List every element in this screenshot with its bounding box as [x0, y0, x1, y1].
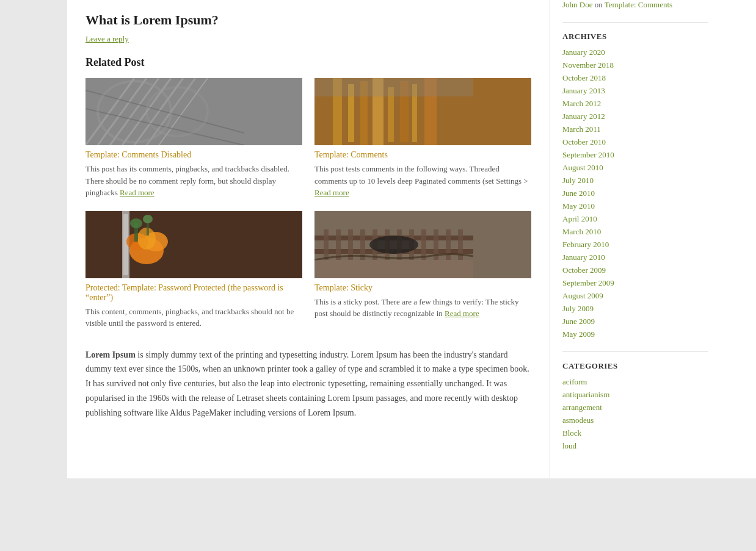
archive-item[interactable]: January 2013 [562, 86, 708, 96]
related-post-desc-4: This is a sticky post. There are a few t… [314, 296, 531, 320]
related-post-title-4[interactable]: Template: Sticky [314, 283, 531, 293]
svg-rect-22 [85, 211, 302, 278]
category-item[interactable]: Block [562, 428, 708, 438]
comment-on-text: on [595, 0, 605, 9]
archive-item[interactable]: September 2010 [562, 150, 708, 160]
archive-item[interactable]: July 2010 [562, 176, 708, 185]
category-link[interactable]: asmodeus [562, 416, 594, 425]
archive-link[interactable]: January 2013 [562, 86, 605, 95]
archive-item[interactable]: March 2011 [562, 124, 708, 134]
archive-item[interactable]: January 2020 [562, 48, 708, 57]
lorem-paragraph: Lorem Ipsum is simply dummy text of the … [85, 348, 531, 420]
archive-link[interactable]: February 2010 [562, 240, 609, 249]
archive-item[interactable]: July 2009 [562, 304, 708, 314]
archive-link[interactable]: August 2009 [562, 291, 603, 300]
read-more-link-2[interactable]: Read more [314, 188, 349, 197]
archive-item[interactable]: November 2018 [562, 60, 708, 70]
comment-author-link[interactable]: John Doe [562, 0, 592, 9]
main-content: What is Lorem Ipsum? Leave a reply Relat… [67, 0, 550, 478]
archive-link[interactable]: September 2010 [562, 150, 614, 159]
related-post-comments-disabled: Template: Comments Disabled This post ha… [85, 78, 302, 199]
archive-link[interactable]: January 2010 [562, 253, 605, 262]
category-item[interactable]: loud [562, 441, 708, 451]
archive-link[interactable]: October 2018 [562, 73, 606, 82]
category-item[interactable]: antiquarianism [562, 390, 708, 400]
archive-link[interactable]: March 2012 [562, 99, 601, 108]
archive-item[interactable]: August 2010 [562, 163, 708, 173]
archive-link[interactable]: January 2020 [562, 48, 605, 57]
archive-link[interactable]: April 2010 [562, 214, 597, 223]
related-post-comments: Template: Comments This post tests comme… [314, 78, 531, 199]
archive-item[interactable]: January 2012 [562, 112, 708, 121]
archive-link[interactable]: October 2010 [562, 137, 606, 146]
category-item[interactable]: aciform [562, 377, 708, 387]
archive-link[interactable]: July 2010 [562, 176, 594, 185]
archive-item[interactable]: August 2009 [562, 291, 708, 301]
leave-reply-link[interactable]: Leave a reply [85, 34, 129, 43]
archive-item[interactable]: May 2009 [562, 330, 708, 339]
archive-item[interactable]: May 2010 [562, 201, 708, 211]
svg-rect-46 [446, 229, 451, 260]
archive-item[interactable]: October 2010 [562, 137, 708, 147]
svg-point-30 [130, 218, 142, 228]
category-link[interactable]: aciform [562, 377, 587, 386]
archive-link[interactable]: May 2009 [562, 330, 595, 339]
categories-list: aciform antiquarianism arrangement asmod… [562, 377, 708, 451]
comment-post-link[interactable]: Template: Comments [605, 0, 672, 9]
related-post-heading: Related Post [85, 56, 531, 69]
archive-item[interactable]: April 2010 [562, 214, 708, 224]
archive-item[interactable]: October 2018 [562, 73, 708, 83]
svg-point-49 [369, 236, 418, 254]
category-item[interactable]: asmodeus [562, 416, 708, 425]
archive-link[interactable]: June 2010 [562, 189, 595, 198]
archive-link[interactable]: June 2009 [562, 317, 595, 326]
related-post-desc-1: This post has its comments, pingbacks, a… [85, 163, 302, 199]
archive-link[interactable]: May 2010 [562, 201, 595, 211]
archive-item[interactable]: September 2009 [562, 278, 708, 288]
related-post-title-1[interactable]: Template: Comments Disabled [85, 150, 302, 160]
archive-link[interactable]: September 2009 [562, 278, 614, 287]
related-post-image-1 [85, 78, 302, 145]
related-post-sticky: Template: Sticky This is a sticky post. … [314, 211, 531, 330]
archive-item[interactable]: October 2009 [562, 265, 708, 275]
left-sidebar [0, 0, 67, 478]
related-post-password-protected: Protected: Template: Password Protected … [85, 211, 302, 330]
svg-rect-44 [421, 229, 426, 260]
archive-link[interactable]: July 2009 [562, 304, 594, 313]
archive-item[interactable]: June 2009 [562, 317, 708, 326]
lorem-text: is simply dummy text of the printing and… [85, 350, 529, 417]
archive-link[interactable]: January 2012 [562, 112, 605, 121]
archive-item[interactable]: February 2010 [562, 240, 708, 250]
category-link[interactable]: arrangement [562, 403, 602, 412]
category-link[interactable]: Block [562, 428, 581, 438]
read-more-link-1[interactable]: Read more [120, 188, 154, 197]
svg-rect-37 [336, 229, 341, 260]
svg-rect-21 [314, 78, 473, 96]
categories-title: CATEGORIES [562, 351, 708, 371]
page-title: What is Lorem Ipsum? [85, 12, 531, 28]
leave-reply[interactable]: Leave a reply [85, 34, 531, 44]
related-post-image-2 [314, 78, 531, 145]
archive-link[interactable]: October 2009 [562, 265, 606, 275]
archive-link[interactable]: November 2018 [562, 60, 614, 70]
archive-item[interactable]: January 2010 [562, 253, 708, 262]
archive-link[interactable]: August 2010 [562, 163, 603, 172]
archive-item[interactable]: March 2010 [562, 227, 708, 237]
lorem-ipsum-bold: Lorem Ipsum [85, 350, 136, 359]
archive-item[interactable]: March 2012 [562, 99, 708, 109]
category-link[interactable]: antiquarianism [562, 390, 609, 399]
svg-rect-48 [314, 260, 473, 278]
archives-list: January 2020 November 2018 October 2018 … [562, 48, 708, 339]
category-link[interactable]: loud [562, 441, 576, 450]
svg-rect-36 [324, 229, 329, 260]
right-sidebar: John Doe on Template: Comments ARCHIVES … [550, 0, 721, 478]
archive-link[interactable]: March 2010 [562, 227, 601, 236]
archive-link[interactable]: March 2011 [562, 124, 601, 134]
category-item[interactable]: arrangement [562, 403, 708, 412]
read-more-link-4[interactable]: Read more [445, 309, 479, 318]
related-posts-grid: Template: Comments Disabled This post ha… [85, 78, 531, 330]
related-post-desc-2: This post tests comments in the followin… [314, 163, 531, 199]
related-post-title-3[interactable]: Protected: Template: Password Protected … [85, 283, 302, 303]
related-post-title-2[interactable]: Template: Comments [314, 150, 531, 160]
archive-item[interactable]: June 2010 [562, 189, 708, 198]
